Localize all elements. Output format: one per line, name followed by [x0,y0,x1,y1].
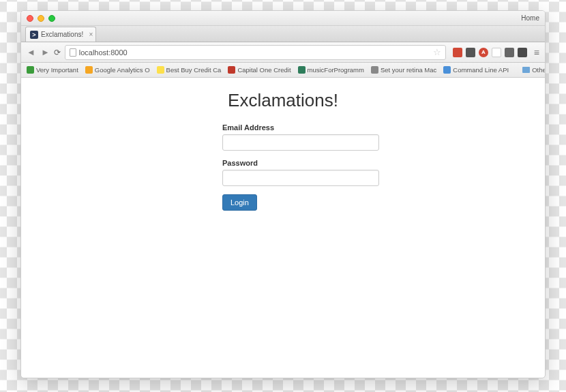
address-bar[interactable]: localhost:8000 ☆ [65,45,446,60]
bookmark-favicon-icon [228,66,235,74]
bookmark-label: musicForProgramm [308,66,364,74]
bookmark-favicon-icon [85,66,93,74]
page-content: Exclamations! Email Address Password Log… [21,78,545,211]
tab-title: Exclamations! [41,31,83,38]
bookmark-item[interactable]: Very Important [27,66,78,74]
page-title: Exclamations! [21,90,545,111]
page-icon [70,48,76,57]
bookmark-star-icon[interactable]: ☆ [433,47,441,57]
close-window-button[interactable] [27,15,33,22]
extensions-tray: A [453,48,527,57]
password-field[interactable] [222,170,379,186]
forward-button[interactable]: ► [41,47,50,57]
other-bookmarks-label: Other Bookmarks [532,66,545,74]
maximize-window-button[interactable] [48,15,55,22]
bookmark-favicon-icon [443,66,451,74]
back-button[interactable]: ◄ [27,47,35,57]
tab-bar: > Exclamations! × [21,26,545,42]
toolbar: ◄ ► ⟳ localhost:8000 ☆ A ≡ [21,42,545,63]
titlebar: Home [21,11,545,26]
email-field[interactable] [222,134,379,151]
extension-icon[interactable] [505,48,514,57]
folder-icon [522,67,530,73]
tab-close-icon[interactable]: × [89,31,93,38]
browser-window: Home > Exclamations! × ◄ ► ⟳ localhost:8… [20,10,546,378]
bookmark-item[interactable]: Capital One Credit [228,66,291,74]
bookmark-label: Best Buy Credit Ca [166,66,222,74]
bookmark-favicon-icon [371,66,378,74]
bookmark-item[interactable]: musicForProgramm [298,66,364,74]
bookmark-favicon-icon [298,66,306,74]
extension-icon[interactable] [453,48,462,57]
nav-arrows: ◄ ► [27,47,50,57]
bookmark-item[interactable]: Google Analytics O [85,66,150,74]
bookmark-label: Set your retina Mac [381,66,436,74]
bookmark-item[interactable]: Best Buy Credit Ca [157,66,222,74]
password-label: Password [222,159,379,167]
bookmark-favicon-icon [27,66,34,74]
minimize-window-button[interactable] [38,15,44,22]
bookmark-favicon-icon [157,66,164,74]
tab-favicon-icon: > [30,31,38,39]
login-form: Email Address Password Login [222,123,379,211]
bookmark-item[interactable]: Set your retina Mac [371,66,436,74]
bookmark-label: Capital One Credit [237,66,291,74]
bookmark-label: Very Important [36,66,78,74]
login-button[interactable]: Login [222,194,257,211]
bookmark-label: Command Line API [453,66,509,74]
url-text: localhost:8000 [79,48,128,57]
email-label: Email Address [222,123,379,132]
traffic-lights [27,15,55,22]
extension-icon[interactable] [518,48,527,57]
bookmarks-bar: Very ImportantGoogle Analytics OBest Buy… [21,63,545,78]
extension-icon[interactable] [492,48,501,57]
bookmark-item[interactable]: Command Line API [443,66,509,74]
bookmark-label: Google Analytics O [95,66,150,74]
menu-button[interactable]: ≡ [534,47,539,58]
extension-icon[interactable]: A [479,48,488,57]
extension-icon[interactable] [466,48,475,57]
home-label: Home [521,14,539,22]
browser-tab[interactable]: > Exclamations! × [25,27,96,42]
reload-button[interactable]: ⟳ [54,48,61,57]
other-bookmarks[interactable]: Other Bookmarks [522,66,545,74]
